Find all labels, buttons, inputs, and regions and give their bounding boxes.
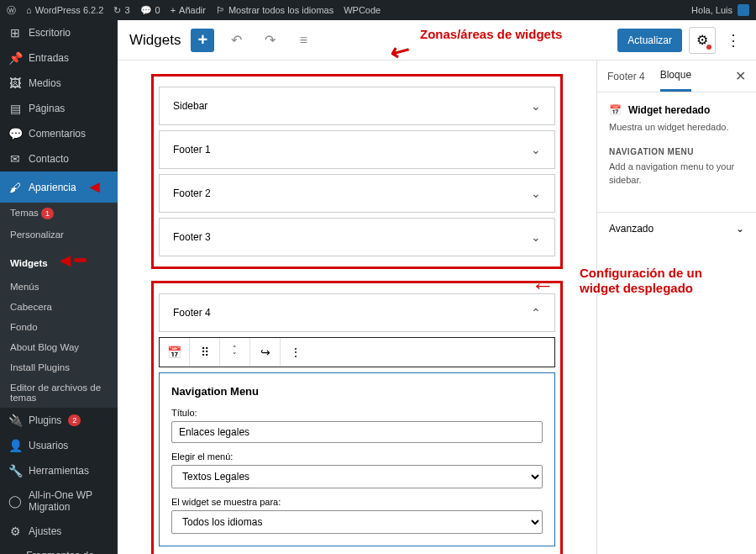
sidebar-item-entradas[interactable]: 📌Entradas <box>0 45 118 71</box>
settings-button[interactable]: ⚙ <box>689 27 716 54</box>
add-new-link[interactable]: + Añadir <box>171 5 206 15</box>
drag-handle[interactable]: ⠿ <box>190 338 220 367</box>
titulo-input[interactable] <box>171 421 543 443</box>
brush-icon: 🖌 <box>8 181 22 194</box>
admin-bar: ⓦ ⌂ WordPress 6.2.2 ↻ 3 💬 0 + Añadir 🏳 M… <box>0 0 756 20</box>
chevron-down-icon: ⌄ <box>736 223 744 235</box>
sidebar-sub-editor-temas[interactable]: Editor de archivos de temas <box>0 377 118 408</box>
avatar[interactable] <box>738 4 749 16</box>
list-view-button[interactable]: ≡ <box>291 29 315 52</box>
page-icon: ▤ <box>8 102 22 115</box>
editor-header: Widgets + ↶ ↷ ≡ Actualizar ⚙ ⋮ <box>118 20 756 61</box>
block-more-button[interactable]: ⋮ <box>281 338 311 367</box>
add-block-button[interactable]: + <box>191 29 214 52</box>
wpcode-link[interactable]: WPCode <box>344 5 381 15</box>
chevron-down-icon: ⌄ <box>531 143 541 156</box>
sidebar-sub-about[interactable]: About Blog Way <box>0 337 118 357</box>
users-icon: 👤 <box>8 439 22 452</box>
update-button[interactable]: Actualizar <box>617 29 682 52</box>
pin-icon: 📌 <box>8 51 22 65</box>
undo-button[interactable]: ↶ <box>224 29 248 52</box>
comments-link[interactable]: 💬 0 <box>140 5 160 16</box>
annotation-zone-config: Footer 4⌃ 📅 ⠿ ˄˅ ↪ ⋮ Navigation Menu Tít… <box>151 281 563 554</box>
sidebar-sub-widgets[interactable]: Widgets ◄━ <box>0 245 118 277</box>
calendar-icon: 📅 <box>609 104 622 116</box>
wp-logo-icon[interactable]: ⓦ <box>7 4 16 17</box>
annotation-arrow-icon: ◄━ <box>51 250 86 271</box>
legacy-widget-form: Navigation Menu Título: Elegir el menú: … <box>159 372 555 546</box>
block-type-button[interactable]: 📅 <box>160 338 190 367</box>
sidebar-sub-personalizar[interactable]: Personalizar <box>0 224 118 245</box>
updates-link[interactable]: ↻ 3 <box>113 5 129 16</box>
comment-icon: 💬 <box>8 127 22 140</box>
dashboard-icon: ⊞ <box>8 26 22 40</box>
widget-area-footer4[interactable]: Footer 4⌃ <box>159 293 555 332</box>
sidebar-item-comentarios[interactable]: 💬Comentarios <box>0 121 118 146</box>
sidebar-item-paginas[interactable]: ▤Páginas <box>0 96 118 121</box>
advanced-panel-toggle[interactable]: Avanzado⌄ <box>597 212 756 245</box>
chevron-down-icon: ⌄ <box>531 230 541 244</box>
sidebar-item-plugins[interactable]: 🔌Plugins 2 <box>0 408 118 433</box>
sidebar-sub-cabecera[interactable]: Cabecera <box>0 297 118 317</box>
site-link[interactable]: ⌂ WordPress 6.2.2 <box>26 5 103 15</box>
widget-area-footer2[interactable]: Footer 2⌄ <box>159 174 555 213</box>
sidebar-item-fragmentos[interactable]: ▣Fragmentos de código <box>0 544 118 554</box>
sidebar-sub-temas[interactable]: Temas 1 <box>0 203 118 224</box>
languages-link[interactable]: 🏳 Mostrar todos los idiomas <box>216 5 333 15</box>
move-to-button[interactable]: ↪ <box>250 338 281 367</box>
page-title: Widgets <box>129 32 181 49</box>
mail-icon: ✉ <box>8 152 22 166</box>
block-description: Muestra un widget heredado. <box>609 121 744 134</box>
titulo-label: Título: <box>171 408 543 418</box>
widget-type-label: NAVIGATION MENU <box>609 147 744 156</box>
menu-select[interactable]: Textos Legales <box>171 465 543 488</box>
menu-label: Elegir el menú: <box>171 451 543 462</box>
annotation-zone-areas: Sidebar⌄ Footer 1⌄ Footer 2⌄ Footer 3⌄ <box>151 74 563 269</box>
sidebar-item-aio[interactable]: ◯All-in-One WP Migration <box>0 483 118 519</box>
move-up-down-button[interactable]: ˄˅ <box>220 338 250 367</box>
sidebar-sub-menus[interactable]: Menús <box>0 277 118 297</box>
annotation-arrow-icon: ◄ <box>87 177 103 197</box>
block-inspector: Footer 4 Bloque ✕ 📅Widget heredado Muest… <box>596 61 756 554</box>
settings-icon: ⚙ <box>8 525 22 538</box>
chevron-up-icon: ⌃ <box>531 306 541 319</box>
widget-area-footer3[interactable]: Footer 3⌄ <box>159 218 555 256</box>
sidebar-item-ajustes[interactable]: ⚙Ajustes <box>0 519 118 544</box>
widget-area-footer1[interactable]: Footer 1⌄ <box>159 130 555 169</box>
notification-dot <box>706 45 711 50</box>
sidebar-item-medios[interactable]: 🖼Medios <box>0 71 118 96</box>
migration-icon: ◯ <box>8 494 22 508</box>
sidebar-sub-fondo[interactable]: Fondo <box>0 317 118 337</box>
tab-block[interactable]: Bloque <box>660 61 691 92</box>
sidebar-item-contacto[interactable]: ✉Contacto <box>0 146 118 171</box>
sidebar-item-usuarios[interactable]: 👤Usuarios <box>0 433 118 458</box>
main-panel: Widgets + ↶ ↷ ≡ Actualizar ⚙ ⋮ Sidebar⌄ … <box>118 20 756 554</box>
block-toolbar: 📅 ⠿ ˄˅ ↪ ⋮ <box>159 337 555 367</box>
tools-icon: 🔧 <box>8 464 22 477</box>
show-for-select[interactable]: Todos los idiomas <box>171 510 543 534</box>
admin-sidebar: ⊞Escritorio 📌Entradas 🖼Medios ▤Páginas 💬… <box>0 20 118 554</box>
block-name: 📅Widget heredado <box>609 104 744 116</box>
greeting-text[interactable]: Hola, Luis <box>691 5 732 15</box>
plugin-icon: 🔌 <box>8 414 22 427</box>
widget-block-title: Navigation Menu <box>171 385 543 398</box>
tab-area[interactable]: Footer 4 <box>607 62 645 91</box>
chevron-down-icon: ⌄ <box>531 187 541 200</box>
chevron-down-icon: ⌄ <box>531 99 541 113</box>
sidebar-sub-install-plugins[interactable]: Install Plugins <box>0 357 118 377</box>
widget-type-desc: Add a navigation menu to your sidebar. <box>609 161 744 187</box>
show-for-label: El widget se muestra para: <box>171 497 543 507</box>
close-inspector-button[interactable]: ✕ <box>735 68 746 84</box>
inspector-tabs: Footer 4 Bloque ✕ <box>597 61 756 92</box>
sidebar-item-herramientas[interactable]: 🔧Herramientas <box>0 458 118 483</box>
widget-area-sidebar[interactable]: Sidebar⌄ <box>159 87 555 125</box>
update-badge: 2 <box>68 414 81 426</box>
update-badge: 1 <box>41 208 54 219</box>
sidebar-item-escritorio[interactable]: ⊞Escritorio <box>0 20 118 45</box>
widgets-canvas: Sidebar⌄ Footer 1⌄ Footer 2⌄ Footer 3⌄ F… <box>118 61 596 554</box>
media-icon: 🖼 <box>8 77 22 90</box>
more-options-button[interactable]: ⋮ <box>722 28 744 53</box>
sidebar-item-apariencia[interactable]: 🖌Apariencia◄ <box>0 171 118 203</box>
redo-button[interactable]: ↷ <box>258 29 281 52</box>
